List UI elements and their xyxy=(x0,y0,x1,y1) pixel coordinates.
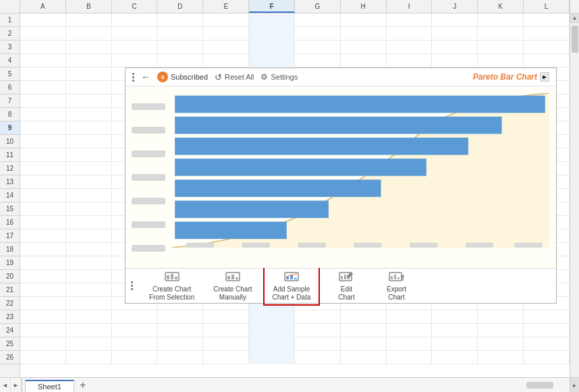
row-num-6: 6 xyxy=(0,81,20,94)
cell-A1[interactable] xyxy=(20,13,66,27)
chart-context-menu-btn[interactable] xyxy=(132,73,134,82)
col-header-A[interactable]: A xyxy=(20,0,66,13)
col-header-E[interactable]: E xyxy=(203,0,249,13)
cell-D1[interactable] xyxy=(157,13,203,27)
export-chart-button[interactable]: ExportChart xyxy=(373,267,420,304)
cell-E1[interactable] xyxy=(203,13,249,27)
chart-scroll-arrow[interactable]: ► xyxy=(540,72,549,82)
svg-rect-26 xyxy=(294,278,297,279)
svg-rect-34 xyxy=(394,275,396,279)
svg-rect-11 xyxy=(410,243,437,248)
row-num-5: 5 xyxy=(0,67,20,81)
row-num-26: 26 xyxy=(0,351,20,364)
chart-container: ← $ Subscribed ↺ Reset All xyxy=(125,67,557,304)
col-header-F[interactable]: F xyxy=(249,0,295,13)
edit-chart-button[interactable]: EditChart xyxy=(323,267,370,304)
create-manually-label: Create ChartManually xyxy=(213,285,252,302)
cells-area[interactable]: ← $ Subscribed ↺ Reset All xyxy=(20,13,570,377)
svg-rect-7 xyxy=(186,243,214,248)
y-label-7 xyxy=(132,245,165,252)
grid-row-4 xyxy=(20,54,570,67)
settings-label: Settings xyxy=(271,73,298,81)
chart-title: Pareto Bar Chart xyxy=(473,72,537,82)
svg-rect-29 xyxy=(341,276,343,279)
cell-G1[interactable] xyxy=(295,13,341,27)
subscribed-label: Subscribed xyxy=(171,73,208,81)
y-label-6 xyxy=(132,221,165,228)
row-num-12: 12 xyxy=(0,162,20,175)
sheet-prev-button[interactable]: ◄ xyxy=(0,378,11,393)
cell-K1[interactable] xyxy=(478,13,524,27)
horizontal-scrollbar[interactable] xyxy=(94,378,567,392)
bottom-bar: ◄ ► Sheet1 + ► xyxy=(0,377,579,392)
add-sheet-button[interactable]: + xyxy=(74,378,91,392)
svg-rect-33 xyxy=(391,276,393,279)
grid-row-24 xyxy=(20,324,570,337)
svg-text:+: + xyxy=(238,270,240,274)
svg-rect-0 xyxy=(175,96,545,113)
grid-row-26 xyxy=(20,351,570,364)
col-header-B[interactable]: B xyxy=(66,0,112,13)
sheet-next-button[interactable]: ► xyxy=(11,378,22,393)
add-sample-chart-button[interactable]: Add SampleChart + Data xyxy=(263,266,321,306)
row-num-16: 16 xyxy=(0,216,20,229)
col-header-H[interactable]: H xyxy=(341,0,387,13)
svg-rect-20 xyxy=(231,275,234,279)
cell-I1[interactable] xyxy=(387,13,433,27)
row-num-8: 8 xyxy=(0,108,20,121)
col-header-L[interactable]: L xyxy=(524,0,570,13)
cell-L1[interactable] xyxy=(524,13,570,27)
svg-rect-21 xyxy=(236,277,238,279)
svg-rect-19 xyxy=(227,276,230,279)
bottom-toolbar-menu-btn[interactable] xyxy=(131,281,133,290)
svg-rect-13 xyxy=(514,243,542,248)
svg-rect-3 xyxy=(175,159,426,176)
row-num-24: 24 xyxy=(0,324,20,337)
chart-plot-area xyxy=(169,86,556,268)
grid-row-3 xyxy=(20,40,570,54)
scroll-thumb-vertical[interactable] xyxy=(572,26,578,53)
sheet-tab-sheet1[interactable]: Sheet1 xyxy=(25,380,74,392)
create-chart-manually-button[interactable]: + Create ChartManually xyxy=(205,267,260,304)
svg-rect-5 xyxy=(175,200,329,218)
create-manually-icon: + xyxy=(225,270,241,283)
col-header-G[interactable]: G xyxy=(295,0,341,13)
svg-rect-8 xyxy=(242,243,270,248)
cell-C1[interactable] xyxy=(112,13,158,27)
cell-J1[interactable] xyxy=(432,13,478,27)
col-header-J[interactable]: J xyxy=(432,0,478,13)
subscribed-button[interactable]: $ Subscribed xyxy=(157,72,208,82)
scroll-right-button[interactable]: ► xyxy=(570,378,579,392)
chart-toolbar: ← $ Subscribed ↺ Reset All xyxy=(126,68,556,86)
row-num-13: 13 xyxy=(0,175,20,189)
scroll-up-button[interactable]: ▲ xyxy=(570,13,580,23)
col-header-D[interactable]: D xyxy=(157,0,203,13)
scroll-thumb-horizontal[interactable] xyxy=(526,382,553,389)
row-num-1: 1 xyxy=(0,13,20,27)
sheet-tabs-container: Sheet1 xyxy=(22,378,74,392)
row-num-header-corner xyxy=(0,0,20,13)
vertical-scrollbar[interactable]: ▲ xyxy=(570,13,579,377)
cell-F1[interactable] xyxy=(249,13,295,27)
col-header-C[interactable]: C xyxy=(112,0,158,13)
back-button[interactable]: ← xyxy=(141,72,150,82)
reset-label: Reset All xyxy=(225,73,254,81)
grid-row-1 xyxy=(20,13,570,27)
cell-B1[interactable] xyxy=(66,13,112,27)
reset-all-button[interactable]: ↺ Reset All xyxy=(215,72,254,82)
svg-rect-4 xyxy=(175,179,381,197)
y-label-1 xyxy=(132,103,165,110)
col-header-I[interactable]: I xyxy=(387,0,433,13)
col-header-K[interactable]: K xyxy=(478,0,524,13)
settings-button[interactable]: ⚙ Settings xyxy=(260,72,298,82)
chart-title-area: Pareto Bar Chart ► xyxy=(473,72,549,82)
grid-row-23 xyxy=(20,310,570,324)
svg-rect-1 xyxy=(175,117,501,134)
create-chart-from-selection-button[interactable]: Create ChartFrom Selection xyxy=(141,267,202,304)
row-num-15: 15 xyxy=(0,202,20,216)
grid-row-25 xyxy=(20,337,570,351)
row-num-22: 22 xyxy=(0,297,20,310)
cell-H1[interactable] xyxy=(341,13,387,27)
chart-toolbar-left: ← $ Subscribed ↺ Reset All xyxy=(132,72,298,82)
edit-chart-icon xyxy=(338,270,354,283)
